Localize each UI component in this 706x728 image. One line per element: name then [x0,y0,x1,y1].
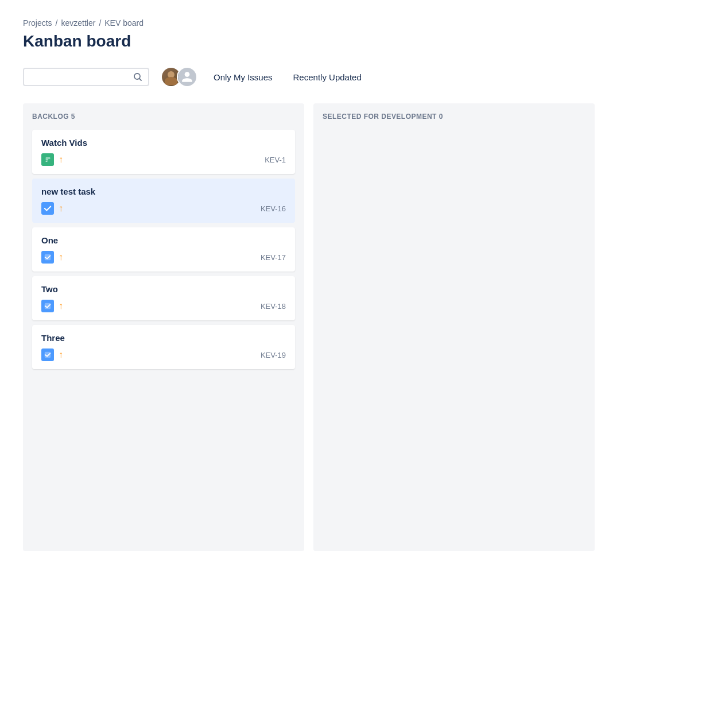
card-issue-id-kev-17: KEV-17 [261,253,286,262]
breadcrumb-sep-2: / [99,18,101,28]
card-footer-kev-19: ↑KEV-19 [41,348,286,361]
card-issue-id-kev-18: KEV-18 [261,302,286,311]
column-backlog: BACKLOG 5Watch Vids ↑KEV-1new test task … [23,103,304,551]
avatar-user-2[interactable] [177,67,197,87]
svg-rect-2 [45,157,50,158]
card-issue-id-kev-16: KEV-16 [261,204,286,213]
priority-icon-kev-18: ↑ [59,301,63,311]
card-footer-kev-16: ↑KEV-16 [41,202,286,215]
breadcrumb-kevzettler[interactable]: kevzettler [61,18,95,28]
search-icon [133,72,142,82]
card-kev-18[interactable]: Two ↑KEV-18 [32,276,295,320]
column-header-selected-for-development: SELECTED FOR DEVELOPMENT 0 [323,113,585,121]
search-box[interactable] [23,68,149,86]
page-title: Kanban board [23,32,683,51]
breadcrumb-sep-1: / [56,18,58,28]
svg-rect-3 [45,159,48,160]
card-kev-17[interactable]: One ↑KEV-17 [32,227,295,272]
card-kev-1[interactable]: Watch Vids ↑KEV-1 [32,130,295,174]
toolbar: Only My Issues Recently Updated [23,67,683,87]
card-issue-id-kev-1: KEV-1 [265,156,286,164]
card-title-kev-16: new test task [41,187,286,196]
card-title-kev-1: Watch Vids [41,138,286,148]
svg-line-1 [139,79,142,81]
search-input[interactable] [30,72,133,82]
breadcrumb-kev-board[interactable]: KEV board [104,18,143,28]
card-title-kev-18: Two [41,284,286,294]
card-icons-kev-18: ↑ [41,300,63,312]
card-issue-id-kev-19: KEV-19 [261,351,286,359]
card-title-kev-19: Three [41,333,286,343]
column-header-backlog: BACKLOG 5 [32,113,295,121]
card-footer-kev-18: ↑KEV-18 [41,300,286,312]
priority-icon-kev-17: ↑ [59,253,63,262]
priority-icon-kev-1: ↑ [59,155,63,164]
card-title-kev-17: One [41,235,286,245]
breadcrumb: Projects / kevzettler / KEV board [23,18,683,28]
priority-icon-kev-16: ↑ [59,204,63,213]
breadcrumb-projects[interactable]: Projects [23,18,52,28]
card-footer-kev-1: ↑KEV-1 [41,153,286,166]
task-icon [41,251,54,264]
column-selected-for-development: SELECTED FOR DEVELOPMENT 0 [313,103,595,551]
card-icons-kev-19: ↑ [41,348,63,361]
card-icons-kev-1: ↑ [41,153,63,166]
avatar-group [161,67,197,87]
board: BACKLOG 5Watch Vids ↑KEV-1new test task … [23,103,683,551]
card-kev-19[interactable]: Three ↑KEV-19 [32,325,295,369]
card-footer-kev-17: ↑KEV-17 [41,251,286,264]
story-icon [41,153,54,166]
task-icon [41,300,54,312]
card-icons-kev-17: ↑ [41,251,63,264]
card-icons-kev-16: ↑ [41,202,63,215]
task-check-icon [41,202,54,215]
task-icon [41,348,54,361]
priority-icon-kev-19: ↑ [59,350,63,359]
svg-rect-4 [45,161,47,161]
filter-only-my-issues[interactable]: Only My Issues [209,70,277,84]
card-kev-16[interactable]: new test task ↑KEV-16 [32,179,295,223]
filter-recently-updated[interactable]: Recently Updated [289,70,366,84]
